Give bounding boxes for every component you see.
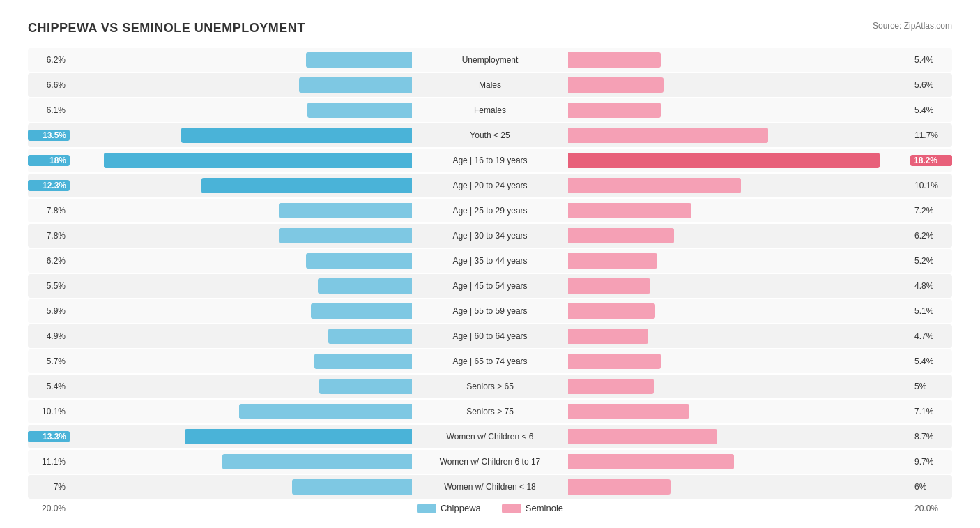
val-left: 7% [28, 482, 70, 492]
legend-seminole: Seminole [502, 503, 563, 513]
legend-swatch-pink [502, 504, 521, 513]
legend-label-chippewa: Chippewa [441, 503, 481, 513]
val-right: 4.7% [910, 331, 952, 341]
center-label: Women w/ Children < 18 [413, 482, 567, 492]
row-inner: 7.8% Age | 25 to 29 years 7.2% [28, 201, 952, 220]
center-label: Females [413, 105, 567, 115]
bar-row: 10.1% Seniors > 75 7.1% [28, 400, 952, 423]
bar-left-container [70, 329, 413, 344]
bar-left [299, 77, 412, 93]
legend: Chippewa Seminole [70, 503, 910, 513]
bar-right [568, 228, 674, 243]
row-inner: 4.9% Age | 60 to 64 years 4.7% [28, 326, 952, 346]
val-left: 10.1% [28, 407, 70, 416]
center-label: Age | 45 to 54 years [413, 281, 567, 291]
center-label: Age | 25 to 29 years [413, 206, 567, 216]
val-right: 8.7% [910, 432, 952, 442]
val-right: 9.7% [910, 457, 952, 467]
val-left: 13.3% [28, 431, 70, 442]
bar-left-container [70, 153, 413, 168]
val-left: 6.2% [28, 55, 70, 65]
row-inner: 10.1% Seniors > 75 7.1% [28, 402, 952, 421]
axis-right-label: 20.0% [910, 504, 952, 513]
center-label: Males [413, 80, 567, 90]
row-inner: 6.6% Males 5.6% [28, 75, 952, 95]
val-right: 18.2% [910, 155, 952, 166]
bar-left [307, 103, 412, 118]
bar-left-container [70, 52, 413, 68]
bar-left [328, 329, 412, 344]
center-label: Women w/ Children 6 to 17 [413, 457, 567, 467]
val-left: 7.8% [28, 206, 70, 216]
bar-row: 7.8% Age | 25 to 29 years 7.2% [28, 199, 952, 222]
row-inner: 5.4% Seniors > 65 5% [28, 377, 952, 396]
row-inner: 5.5% Age | 45 to 54 years 4.8% [28, 276, 952, 296]
val-left: 5.5% [28, 281, 70, 291]
bar-row: 7% Women w/ Children < 18 6% [28, 475, 952, 499]
bar-left [306, 253, 412, 269]
bar-right [568, 153, 880, 168]
legend-label-seminole: Seminole [526, 503, 563, 513]
row-inner: 7.8% Age | 30 to 34 years 6.2% [28, 226, 952, 246]
row-inner: 5.7% Age | 65 to 74 years 5.4% [28, 352, 952, 371]
bar-right-container [567, 329, 910, 344]
bar-right [568, 128, 768, 143]
chart-source: Source: ZipAtlas.com [873, 21, 952, 31]
bar-right [568, 103, 661, 118]
bar-right [568, 329, 648, 344]
bar-right-container [567, 253, 910, 269]
val-right: 5.4% [910, 105, 952, 115]
row-inner: 7% Women w/ Children < 18 6% [28, 477, 952, 497]
bar-left-container [70, 103, 413, 118]
center-label: Seniors > 75 [413, 407, 567, 416]
axis-row: 20.0% Chippewa Seminole 20.0% [28, 503, 952, 513]
val-left: 12.3% [28, 180, 70, 191]
bar-left [306, 52, 412, 68]
bar-right-container [567, 404, 910, 419]
val-right: 6% [910, 482, 952, 492]
bar-left-container [70, 429, 413, 444]
val-right: 5.2% [910, 256, 952, 266]
val-right: 11.7% [910, 130, 952, 140]
bar-row: 13.5% Youth < 25 11.7% [28, 123, 952, 147]
bar-right-container [567, 128, 910, 143]
center-label: Age | 65 to 74 years [413, 356, 567, 366]
bar-left-container [70, 354, 413, 369]
bar-right [568, 77, 664, 93]
chart-body: 6.2% Unemployment 5.4% 6.6% Males 5.6% 6… [28, 48, 952, 499]
val-right: 6.2% [910, 231, 952, 241]
bar-row: 5.4% Seniors > 65 5% [28, 375, 952, 398]
bar-right-container [567, 77, 910, 93]
bar-right-container [567, 429, 910, 444]
bar-row: 7.8% Age | 30 to 34 years 6.2% [28, 224, 952, 248]
bar-right-container [567, 454, 910, 469]
bar-left-container [70, 128, 413, 143]
bar-left-container [70, 77, 413, 93]
bar-right [568, 429, 717, 444]
bar-right-container [567, 303, 910, 319]
row-inner: 6.1% Females 5.4% [28, 100, 952, 120]
row-inner: 6.2% Age | 35 to 44 years 5.2% [28, 251, 952, 271]
legend-chippewa: Chippewa [417, 503, 481, 513]
bar-row: 5.7% Age | 65 to 74 years 5.4% [28, 349, 952, 373]
bar-row: 6.6% Males 5.6% [28, 73, 952, 97]
legend-swatch-blue [417, 504, 436, 513]
bar-left-container [70, 278, 413, 294]
bar-right-container [567, 52, 910, 68]
bar-right [568, 203, 691, 218]
row-inner: 5.9% Age | 55 to 59 years 5.1% [28, 301, 952, 321]
bar-right [568, 52, 661, 68]
val-left: 7.8% [28, 231, 70, 241]
bar-row: 11.1% Women w/ Children 6 to 17 9.7% [28, 450, 952, 474]
val-left: 18% [28, 155, 70, 166]
bar-left [279, 228, 412, 243]
val-right: 4.8% [910, 281, 952, 291]
bar-right [568, 404, 689, 419]
val-left: 11.1% [28, 457, 70, 467]
bar-left [292, 479, 412, 495]
bar-row: 5.5% Age | 45 to 54 years 4.8% [28, 274, 952, 298]
val-right: 5.4% [910, 356, 952, 366]
center-label: Age | 60 to 64 years [413, 331, 567, 341]
bar-right [568, 253, 657, 269]
bar-left [314, 354, 412, 369]
